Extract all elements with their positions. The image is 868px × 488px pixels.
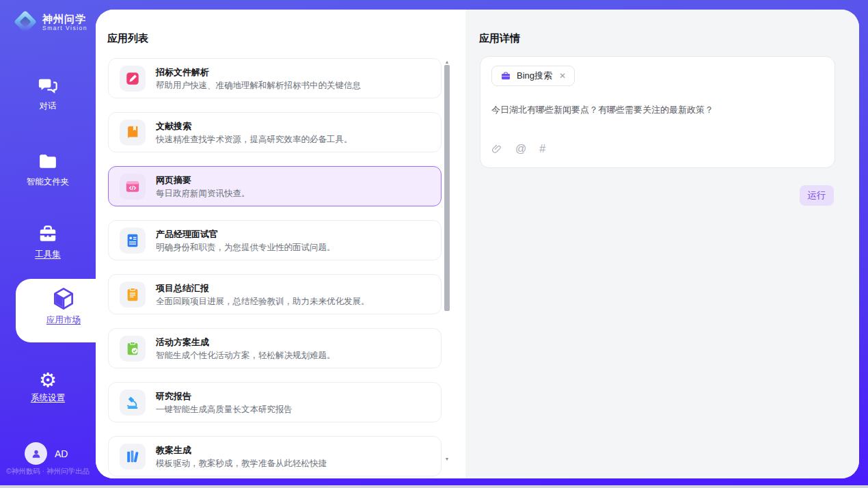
avatar bbox=[25, 442, 47, 465]
user-profile[interactable]: AD bbox=[25, 442, 68, 465]
book-icon bbox=[120, 120, 146, 146]
app-card-desc: 帮助用户快速、准确地理解和解析招标书中的关键信息 bbox=[156, 80, 361, 91]
app-card-title: 研究报告 bbox=[156, 390, 293, 402]
sidebar-item-label: 智能文件夹 bbox=[0, 176, 96, 188]
at-icon[interactable]: @ bbox=[515, 143, 526, 155]
sidebar: 神州问学 Smart Vision 对话 智能文件夹 工具集 bbox=[0, 0, 96, 485]
tool-tag-bing-search[interactable]: Bing搜索 ✕ bbox=[491, 66, 575, 86]
microscope-icon bbox=[120, 390, 146, 416]
user-name: AD bbox=[55, 448, 68, 459]
close-icon[interactable]: ✕ bbox=[558, 71, 567, 81]
sidebar-item-smart-folder[interactable]: 智能文件夹 bbox=[0, 151, 96, 188]
gear-icon: ⚙ bbox=[39, 368, 57, 392]
sidebar-item-label: 对话 bbox=[0, 100, 96, 112]
sidebar-item-toolset[interactable]: 工具集 bbox=[0, 223, 96, 260]
hash-icon[interactable]: # bbox=[539, 143, 545, 155]
app-card-title: 文献搜索 bbox=[156, 120, 353, 132]
briefcase-icon bbox=[500, 70, 511, 81]
toolbox-icon bbox=[38, 223, 58, 244]
app-card-desc: 明确身份和职责，为您提供专业性的面试问题。 bbox=[156, 242, 336, 253]
brand-tagline: Smart Vision bbox=[42, 25, 87, 31]
resume-icon bbox=[120, 228, 146, 254]
app-card-literature-search[interactable]: 文献搜索 快速精准查找学术资源，提高研究效率的必备工具。 bbox=[108, 112, 442, 152]
app-card-title: 招标文件解析 bbox=[156, 66, 361, 78]
app-card-project-summary[interactable]: 项目总结汇报 全面回顾项目进展，总结经验教训，助力未来优化发展。 bbox=[108, 274, 442, 314]
books-icon bbox=[120, 444, 146, 470]
query-input[interactable]: 今日湖北有哪些新闻要点？有哪些需要关注的最新政策？ bbox=[491, 104, 824, 116]
cube-icon bbox=[51, 286, 77, 312]
edit-icon bbox=[120, 66, 146, 92]
app-card-desc: 智能生成个性化活动方案，轻松解决规划难题。 bbox=[156, 350, 336, 361]
app-card-desc: 一键智能生成高质量长文本研究报告 bbox=[156, 404, 293, 415]
app-card-bid-parsing[interactable]: 招标文件解析 帮助用户快速、准确地理解和解析招标书中的关键信息 bbox=[108, 58, 442, 98]
run-button[interactable]: 运行 bbox=[800, 185, 834, 206]
sidebar-item-label: 工具集 bbox=[0, 249, 96, 260]
scrollbar-thumb[interactable] bbox=[444, 65, 450, 311]
app-card-desc: 快速精准查找学术资源，提高研究效率的必备工具。 bbox=[156, 134, 353, 145]
sidebar-item-settings[interactable]: ⚙ 系统设置 bbox=[0, 370, 96, 404]
attach-toolbar: @ # bbox=[491, 143, 545, 155]
window-bottom-strip bbox=[0, 485, 868, 488]
app-card-lesson-plan[interactable]: 教案生成 模板驱动，教案秒成，教学准备从此轻松快捷 bbox=[108, 436, 442, 476]
app-list-title: 应用列表 bbox=[107, 32, 148, 45]
web-code-icon bbox=[120, 174, 146, 200]
scroll-up-icon[interactable]: ▲ bbox=[443, 59, 451, 64]
app-card-desc: 每日政府新闻资讯快查。 bbox=[156, 188, 250, 199]
user-icon bbox=[30, 448, 42, 460]
app-card-title: 项目总结汇报 bbox=[156, 282, 370, 294]
app-card-title: 教案生成 bbox=[156, 444, 327, 456]
brand-logo: 神州问学 Smart Vision bbox=[14, 10, 87, 33]
scroll-down-icon[interactable]: ▼ bbox=[443, 457, 451, 461]
content-area: 应用列表 招标文件解析 帮助用户快速、准确地理解和解析招标书中的关键信息 文献搜… bbox=[96, 10, 859, 478]
app-card-title: 产品经理面试官 bbox=[156, 228, 336, 240]
app-detail-title: 应用详情 bbox=[479, 32, 520, 45]
app-card-title: 活动方案生成 bbox=[156, 336, 336, 348]
app-card-list: 招标文件解析 帮助用户快速、准确地理解和解析招标书中的关键信息 文献搜索 快速精… bbox=[108, 58, 442, 476]
paperclip-icon[interactable] bbox=[491, 143, 502, 155]
sidebar-item-label: 系统设置 bbox=[0, 392, 96, 404]
app-card-title: 网页摘要 bbox=[156, 174, 250, 186]
clipboard-check-icon bbox=[120, 336, 146, 362]
clipboard-icon bbox=[120, 282, 146, 308]
app-card-pm-interviewer[interactable]: 产品经理面试官 明确身份和职责，为您提供专业性的面试问题。 bbox=[108, 220, 442, 260]
tool-tag-label: Bing搜索 bbox=[517, 70, 552, 82]
app-detail-panel: 应用详情 Bing搜索 ✕ 今日湖北有哪些新闻要点？有哪些需要关注的最新政策？ bbox=[465, 10, 859, 478]
brand-diamond-icon bbox=[14, 10, 37, 33]
brand-name: 神州问学 bbox=[42, 13, 87, 25]
app-card-desc: 全面回顾项目进展，总结经验教训，助力未来优化发展。 bbox=[156, 296, 370, 307]
app-list-panel: 应用列表 招标文件解析 帮助用户快速、准确地理解和解析招标书中的关键信息 文献搜… bbox=[96, 10, 465, 478]
app-card-event-plan[interactable]: 活动方案生成 智能生成个性化活动方案，轻松解决规划难题。 bbox=[108, 328, 442, 368]
scrollbar: ▲ ▼ bbox=[443, 58, 451, 468]
app-card-research-report[interactable]: 研究报告 一键智能生成高质量长文本研究报告 bbox=[108, 382, 442, 422]
chat-icon bbox=[38, 75, 58, 96]
sidebar-item-chat[interactable]: 对话 bbox=[0, 75, 96, 112]
copyright-text: ©神州数码 · 神州问学出品 bbox=[0, 467, 96, 476]
app-card-desc: 模板驱动，教案秒成，教学准备从此轻松快捷 bbox=[156, 458, 327, 469]
prompt-card: Bing搜索 ✕ 今日湖北有哪些新闻要点？有哪些需要关注的最新政策？ @ # bbox=[480, 56, 835, 168]
folder-icon bbox=[38, 151, 58, 172]
app-card-web-summary[interactable]: 网页摘要 每日政府新闻资讯快查。 bbox=[108, 166, 442, 206]
